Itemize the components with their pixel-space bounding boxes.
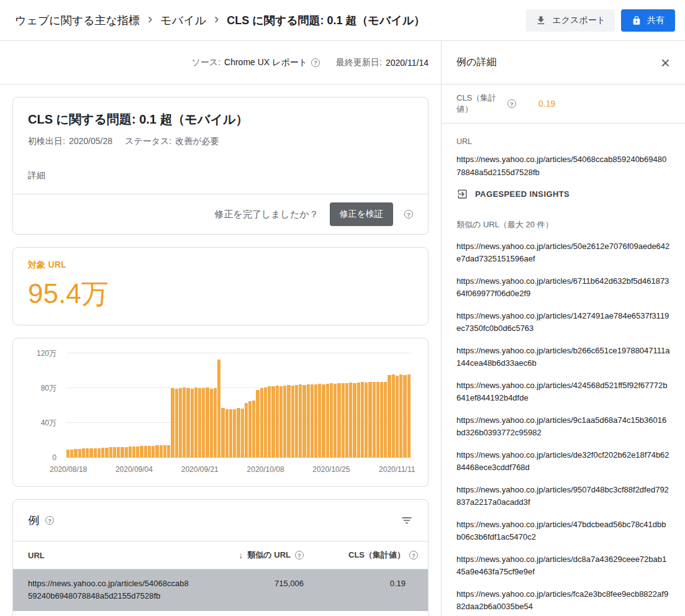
chart-bar[interactable] (148, 446, 151, 458)
chart-bar[interactable] (179, 388, 182, 458)
chart-bar[interactable] (260, 388, 263, 458)
chart-bar[interactable] (82, 448, 85, 458)
chart-bar[interactable] (129, 446, 132, 458)
similar-url-link[interactable]: https://news.yahoo.co.jp/articles/fca2e3… (456, 588, 670, 613)
details-link[interactable]: 詳細 (28, 170, 45, 181)
chart-bar[interactable] (353, 383, 356, 458)
chart-bar[interactable] (155, 445, 158, 458)
breadcrumb-mobile[interactable]: モバイル (160, 13, 206, 28)
chart-bar[interactable] (252, 401, 255, 458)
chart-bar[interactable] (302, 385, 306, 458)
chart-bar[interactable] (98, 448, 101, 458)
similar-url-link[interactable]: https://news.yahoo.co.jp/articles/50e261… (456, 240, 670, 265)
chart-bar[interactable] (318, 384, 321, 458)
chart-bar[interactable] (291, 386, 294, 458)
chart-bar[interactable] (171, 388, 174, 458)
chart-bar[interactable] (221, 408, 224, 458)
chart-bar[interactable] (365, 383, 368, 458)
chart-bar[interactable] (345, 383, 348, 458)
chart-bar[interactable] (194, 387, 197, 458)
chart-bar[interactable] (186, 388, 189, 458)
chart-bar[interactable] (392, 374, 395, 458)
chart-bar[interactable] (233, 409, 236, 458)
similar-url-link[interactable]: https://news.yahoo.co.jp/articles/47bdcb… (456, 519, 670, 543)
chart-bar[interactable] (361, 382, 364, 458)
chart-bar[interactable] (229, 409, 232, 458)
chart-bar[interactable] (264, 387, 267, 458)
help-icon[interactable] (507, 99, 516, 108)
chart-bar[interactable] (163, 445, 166, 458)
chart-bar[interactable] (191, 389, 194, 458)
chart-bar[interactable] (136, 446, 139, 458)
chart-bar[interactable] (311, 384, 314, 458)
chart-bar[interactable] (94, 448, 97, 458)
table-row[interactable]: https://news.yahoo.co.jp/articles/54068c… (13, 569, 428, 611)
chart-bar[interactable] (175, 389, 178, 458)
chart-bar[interactable] (333, 384, 337, 458)
filter-icon[interactable] (401, 514, 413, 527)
chart-bar[interactable] (357, 383, 360, 458)
detail-url[interactable]: https://news.yahoo.co.jp/articles/54068c… (456, 153, 670, 179)
chart-bar[interactable] (295, 385, 298, 458)
similar-url-link[interactable]: https://news.yahoo.co.jp/articles/b266c6… (456, 345, 670, 369)
chart-bar[interactable] (202, 388, 205, 458)
chart-bar[interactable] (160, 445, 163, 458)
chart-bar[interactable] (307, 384, 310, 458)
chart-bar[interactable] (113, 447, 116, 458)
chart-bar[interactable] (206, 387, 209, 458)
help-icon[interactable] (295, 551, 304, 559)
similar-url-link[interactable]: https://news.yahoo.co.jp/articles/de32f0… (456, 449, 670, 474)
similar-url-link[interactable]: https://news.yahoo.co.jp/articles/424568… (456, 379, 670, 404)
chart-bar[interactable] (322, 384, 325, 458)
column-header-url[interactable]: URL (13, 551, 211, 560)
help-icon[interactable] (311, 58, 320, 67)
chart-bar[interactable] (407, 374, 411, 458)
chart-bar[interactable] (256, 390, 259, 458)
column-header-similar-urls[interactable]: ↓ 類似の URL (211, 550, 304, 561)
chart-bar[interactable] (105, 448, 108, 458)
chart-bar[interactable] (237, 408, 240, 458)
chart-bar[interactable] (86, 448, 89, 458)
chart-bar[interactable] (373, 382, 376, 458)
chart-bar[interactable] (376, 382, 379, 458)
chart-bar[interactable] (380, 382, 383, 458)
chart-bar[interactable] (198, 388, 201, 458)
chart-bar[interactable] (283, 386, 286, 458)
table-row[interactable]: https://news.yahoo.co.jp/articles/0d 157… (13, 611, 428, 616)
pagespeed-insights-link[interactable]: PAGESPEED INSIGHTS (456, 188, 670, 200)
chart-bar[interactable] (167, 445, 170, 458)
chart-bar[interactable] (125, 447, 128, 458)
chart-bar[interactable] (210, 389, 213, 458)
similar-url-link[interactable]: https://news.yahoo.co.jp/articles/142749… (456, 310, 670, 335)
validate-fix-button[interactable]: 修正を検証 (330, 202, 393, 226)
similar-url-link[interactable]: https://news.yahoo.co.jp/articles/6711b6… (456, 275, 670, 300)
help-icon[interactable] (404, 210, 413, 219)
chart-bar[interactable] (368, 382, 371, 458)
export-button[interactable]: エクスポート (526, 9, 615, 32)
similar-url-link[interactable]: https://news.yahoo.co.jp/articles/dc8a7a… (456, 553, 670, 578)
chart-bar[interactable] (330, 383, 333, 458)
help-icon[interactable] (409, 551, 418, 559)
chart-bar[interactable] (248, 401, 252, 458)
chart-bar[interactable] (279, 386, 283, 458)
chart-bar[interactable] (66, 450, 70, 458)
chart-bar[interactable] (109, 447, 112, 458)
chart-bar[interactable] (70, 450, 73, 458)
chart-bar[interactable] (388, 375, 391, 458)
chart-bar[interactable] (241, 409, 244, 458)
chart-bar[interactable] (214, 388, 217, 458)
chart-bar[interactable] (287, 385, 290, 458)
chart-bar[interactable] (268, 386, 271, 458)
chart-bar[interactable] (132, 446, 135, 458)
chart-bar[interactable] (120, 447, 124, 458)
chart-bar[interactable] (225, 409, 229, 458)
similar-url-link[interactable]: https://news.yahoo.co.jp/articles/9c1aa5… (456, 414, 670, 439)
chart-bar[interactable] (271, 386, 274, 458)
breadcrumb-core-web-vitals[interactable]: ウェブに関する主な指標 (15, 13, 140, 28)
chart-bar[interactable] (399, 374, 402, 458)
chart-bar[interactable] (217, 360, 220, 458)
chart-bar[interactable] (74, 449, 77, 458)
chart-bar[interactable] (326, 384, 329, 458)
chart-bar[interactable] (183, 387, 186, 458)
chart-bar[interactable] (299, 384, 302, 458)
